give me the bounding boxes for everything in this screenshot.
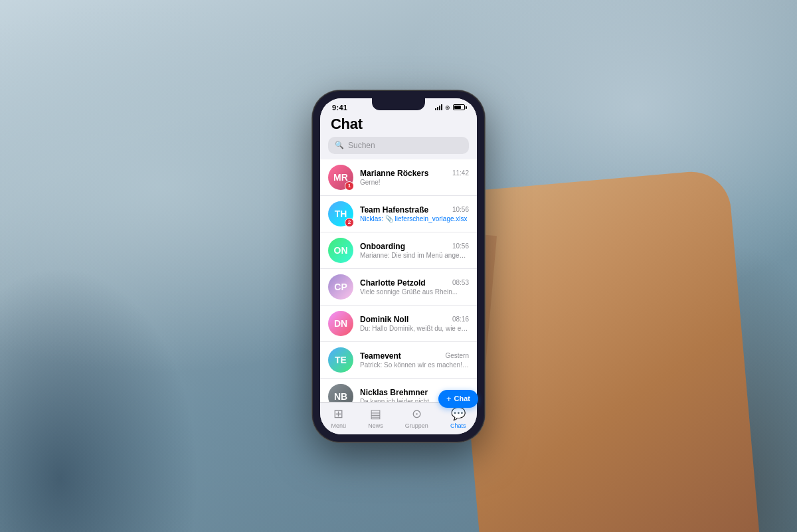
chat-name: Team Hafenstraße [360, 205, 428, 215]
search-icon: 🔍 [335, 141, 344, 149]
avatar-wrap: DN [328, 311, 353, 336]
bg-shadow-left [0, 266, 199, 532]
avatar-wrap: TH2 [328, 201, 353, 226]
chat-info: Dominik Noll08:16Du: Hallo Dominik, weiß… [360, 315, 469, 332]
avatar-wrap: MR1 [328, 165, 353, 190]
news-icon: ▤ [370, 406, 381, 421]
avatar-wrap: ON [328, 238, 353, 263]
chat-time: 11:42 [452, 169, 469, 177]
fab-label: Chat [454, 395, 470, 402]
chat-info: Charlotte Petzold08:53Viele sonnige Grüß… [360, 278, 469, 296]
chat-name: Nicklas Brehmner [360, 388, 428, 397]
chat-time: 10:56 [452, 242, 469, 250]
chat-preview: Viele sonnige Grüße aus Rhein... [360, 288, 469, 296]
groups-icon: ⊙ [412, 406, 422, 421]
chat-item[interactable]: ONOnboarding10:56Marianne: Die sind im M… [320, 232, 477, 269]
unread-badge: 2 [345, 218, 354, 227]
avatar: DN [328, 311, 353, 336]
chat-preview: Nicklas: 📎 lieferschein_vorlage.xlsx [360, 215, 469, 222]
menu-icon: ⊞ [333, 406, 343, 421]
chat-info: Onboarding10:56Marianne: Die sind im Men… [360, 242, 469, 259]
avatar-wrap: TE [328, 347, 353, 373]
chat-list: MR1Marianne Röckers11:42Gerne!TH2Team Ha… [320, 159, 477, 402]
chats-label: Chats [450, 422, 466, 429]
chat-preview: Gerne! [360, 179, 469, 186]
news-label: News [368, 422, 383, 429]
chat-time: 10:56 [452, 206, 469, 213]
chat-name-row: Team Hafenstraße10:56 [360, 205, 469, 215]
chat-preview: Marianne: Die sind im Menü angehä... [360, 252, 469, 259]
chat-time: 08:16 [452, 315, 469, 323]
chat-preview: Du: Hallo Dominik, weißt du, wie es... [360, 325, 469, 332]
chat-name: Marianne Röckers [360, 169, 428, 178]
menu-label: Menü [331, 422, 347, 429]
chat-item[interactable]: TH2Team Hafenstraße10:56Nicklas: 📎 liefe… [320, 196, 477, 232]
status-icons: ⊛ [435, 104, 465, 111]
tab-chats[interactable]: 💬Chats [450, 406, 466, 429]
app-header: Chat [320, 114, 477, 137]
chat-info: Team Hafenstraße10:56Nicklas: 📎 liefersc… [360, 205, 469, 222]
unread-badge: 1 [345, 181, 354, 191]
chat-name-row: Charlotte Petzold08:53 [360, 278, 469, 288]
chat-name: Teamevent [360, 351, 401, 361]
battery-icon [453, 104, 465, 110]
chats-icon: 💬 [451, 406, 466, 421]
page-title: Chat [331, 116, 466, 133]
avatar: NB [328, 384, 353, 402]
search-placeholder: Suchen [348, 141, 375, 150]
chat-item[interactable]: MR1Marianne Röckers11:42Gerne! [320, 159, 477, 196]
tab-menu[interactable]: ⊞Menü [331, 406, 347, 429]
chat-name-row: Marianne Röckers11:42 [360, 169, 469, 178]
chat-info: Marianne Röckers11:42Gerne! [360, 169, 469, 186]
chat-name: Dominik Noll [360, 315, 408, 324]
chat-item[interactable]: CPCharlotte Petzold08:53Viele sonnige Gr… [320, 269, 477, 306]
phone-wrapper: 9:41 ⊛ Chat [312, 90, 485, 442]
signal-icon [435, 104, 442, 110]
chat-time: Gestern [445, 352, 469, 359]
hand [450, 169, 759, 532]
chat-name: Charlotte Petzold [360, 278, 426, 288]
phone-screen: 9:41 ⊛ Chat [320, 98, 477, 434]
chat-item[interactable]: TETeameventGesternPatrick: So können wir… [320, 342, 477, 379]
avatar: ON [328, 238, 353, 263]
new-chat-fab[interactable]: + Chat [438, 390, 477, 408]
avatar: CP [328, 274, 353, 300]
fab-plus-icon: + [446, 394, 452, 404]
chat-name: Onboarding [360, 242, 405, 251]
chat-time: 08:53 [452, 279, 469, 286]
search-bar[interactable]: 🔍 Suchen [328, 137, 469, 154]
groups-label: Gruppen [405, 422, 428, 429]
chat-name-row: TeameventGestern [360, 351, 469, 361]
chat-preview: Patrick: So können wir es machen! 👍 [360, 361, 469, 369]
chat-name-row: Onboarding10:56 [360, 242, 469, 251]
tab-groups[interactable]: ⊙Gruppen [405, 406, 428, 429]
avatar: TE [328, 347, 353, 373]
chat-name-row: Dominik Noll08:16 [360, 315, 469, 324]
chat-item[interactable]: DNDominik Noll08:16Du: Hallo Dominik, we… [320, 306, 477, 342]
avatar-wrap: NB [328, 384, 353, 402]
avatar-wrap: CP [328, 274, 353, 300]
tab-news[interactable]: ▤News [368, 406, 383, 429]
status-time: 9:41 [332, 104, 347, 112]
phone-device: 9:41 ⊛ Chat [312, 90, 485, 442]
wifi-icon: ⊛ [445, 104, 450, 111]
phone-notch [372, 98, 425, 110]
chat-info: TeameventGesternPatrick: So können wir e… [360, 351, 469, 369]
